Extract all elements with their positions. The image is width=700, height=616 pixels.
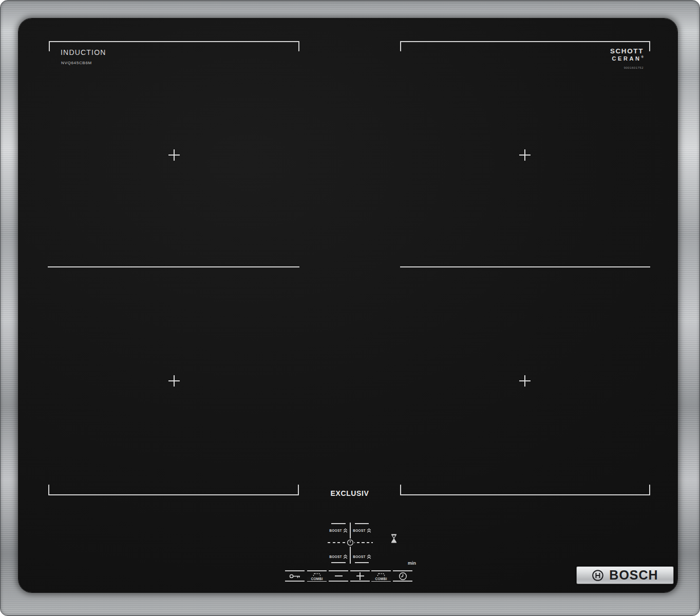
zone-outline-rear-right bbox=[400, 41, 650, 51]
timer-wait-indicator bbox=[390, 534, 398, 545]
boost-label: BOOST bbox=[353, 529, 366, 532]
induction-hob: INDUCTION NVQ645CB6M SCHOTT CERAN® 90016… bbox=[0, 0, 700, 616]
zone-outline-rear-left bbox=[49, 41, 299, 51]
registered-mark: ® bbox=[641, 55, 644, 59]
boost-key-rear-left[interactable]: BOOST bbox=[329, 527, 348, 533]
zone-center-cross-icon bbox=[516, 372, 534, 390]
zone-key-line bbox=[331, 523, 346, 524]
boost-key-front-left[interactable]: BOOST bbox=[329, 553, 348, 560]
serial-number: 9001601752 bbox=[624, 66, 644, 69]
series-label: EXCLUSIV bbox=[324, 489, 375, 497]
minutes-unit-label: min bbox=[395, 561, 416, 566]
minus-icon bbox=[335, 575, 343, 576]
double-chevron-up-icon bbox=[367, 554, 371, 559]
hourglass-icon bbox=[390, 534, 398, 543]
zone-selector-cluster: BOOST BOOST BOOST BOOST bbox=[328, 521, 373, 566]
zone-center-cross-icon bbox=[165, 146, 183, 164]
plus-icon bbox=[356, 572, 364, 580]
combi-label: COMBI bbox=[371, 577, 391, 581]
boost-label: BOOST bbox=[329, 555, 342, 559]
zone-outline-front-right bbox=[400, 485, 650, 495]
key-icon bbox=[289, 573, 301, 579]
boost-key-rear-right[interactable]: BOOST bbox=[352, 527, 372, 533]
zone-timer-dial[interactable] bbox=[346, 538, 354, 547]
zone-key-line bbox=[355, 562, 369, 563]
brand-wordmark: BOSCH bbox=[609, 568, 658, 583]
double-chevron-up-icon bbox=[343, 554, 348, 559]
power-minus-button[interactable] bbox=[329, 570, 348, 582]
zone-center-cross-icon bbox=[516, 146, 534, 164]
boost-label: BOOST bbox=[329, 529, 342, 532]
power-plus-button[interactable] bbox=[350, 570, 370, 582]
zone-key-line bbox=[355, 523, 369, 524]
boost-label: BOOST bbox=[353, 555, 366, 559]
zone-divider-left bbox=[48, 266, 299, 267]
clock-icon bbox=[399, 572, 407, 581]
boost-key-front-right[interactable]: BOOST bbox=[352, 553, 372, 560]
glass-brand-line2: CERAN® bbox=[610, 55, 644, 62]
brand-badge: BOSCH bbox=[576, 566, 674, 584]
zone-outline-front-left bbox=[48, 485, 299, 495]
ceramic-glass-surface: INDUCTION NVQ645CB6M SCHOTT CERAN® 90016… bbox=[18, 18, 677, 592]
timer-button[interactable] bbox=[393, 570, 412, 582]
double-chevron-up-icon bbox=[343, 528, 348, 533]
model-number: NVQ645CB6M bbox=[61, 61, 92, 65]
double-chevron-up-icon bbox=[367, 528, 371, 533]
child-lock-button[interactable] bbox=[285, 570, 305, 582]
zone-center-cross-icon bbox=[165, 372, 183, 390]
combi-label: COMBI bbox=[307, 577, 327, 581]
zone-divider-right bbox=[400, 266, 650, 267]
clock-dial-icon bbox=[347, 539, 354, 546]
zone-key-line bbox=[331, 562, 346, 563]
bosch-armature-icon bbox=[592, 569, 604, 582]
